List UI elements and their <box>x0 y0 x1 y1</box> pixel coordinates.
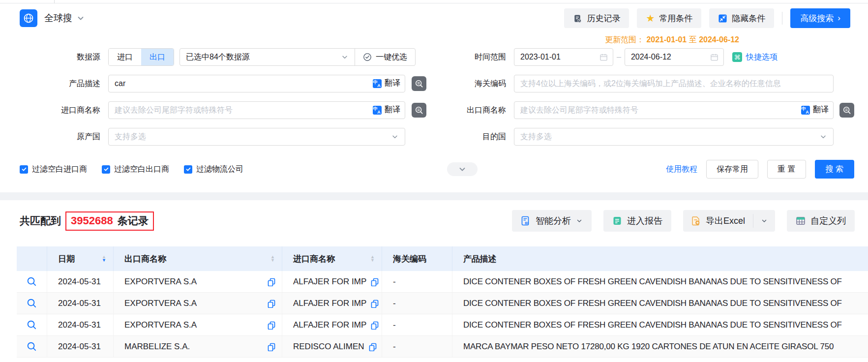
exporter-label: 出口商名称 <box>435 105 514 116</box>
update-range-to: 2024-06-12 <box>699 35 739 44</box>
sort-icon[interactable]: ▲▼ <box>270 255 275 262</box>
origin-country-select[interactable]: 支持多选 <box>108 128 405 146</box>
copy-icon[interactable] <box>370 277 379 286</box>
data-source-combo: 已选中84个数据源 一键优选 <box>180 48 416 66</box>
chevron-down-icon <box>761 217 768 224</box>
smart-analysis-button[interactable]: BI 智能分析 <box>512 210 592 232</box>
product-desc-input[interactable] <box>108 75 405 92</box>
trade-direction-toggle: 进口 出口 <box>108 48 174 66</box>
section-separator <box>0 192 868 200</box>
date-cell: 2024-05-31 <box>47 336 114 357</box>
sort-icon[interactable]: ▲▼ <box>370 255 375 262</box>
export-options-button[interactable] <box>753 210 775 232</box>
header-importer-label: 进口商名称 <box>293 253 335 265</box>
results-header: 共匹配到 3952688 条记录 BI 智能分析 <box>0 208 868 234</box>
tab-import[interactable]: 进口 <box>109 49 141 65</box>
exporter-cell: MARBELIZE S.A. <box>114 336 282 357</box>
chevron-down-icon <box>819 133 827 141</box>
copy-icon[interactable] <box>370 299 379 308</box>
header-date[interactable]: 日期 ▲▼ <box>47 246 114 271</box>
enter-report-button[interactable]: 进入报告 <box>603 210 671 232</box>
reset-button[interactable]: 重 置 <box>767 160 806 179</box>
advanced-search-button[interactable]: 高级搜索 › <box>790 8 850 28</box>
copy-icon[interactable] <box>368 342 377 351</box>
sort-icon[interactable]: ▲▼ <box>102 255 106 262</box>
collapse-icon <box>718 14 727 23</box>
export-excel-button[interactable]: 导出Excel <box>683 210 753 232</box>
header-importer[interactable]: 进口商名称 ▲▼ <box>282 246 382 271</box>
translate-icon: 中 A <box>801 105 810 115</box>
header-exporter[interactable]: 出口商名称 ▲▼ <box>114 246 282 271</box>
destination-country-select[interactable]: 支持多选 <box>514 128 834 146</box>
data-source-label: 数据源 <box>20 52 108 62</box>
app-switcher[interactable] <box>76 14 85 23</box>
translate-button[interactable]: 中 A 翻译 <box>372 78 400 89</box>
save-common-button[interactable]: 保存常用 <box>706 160 758 179</box>
synonym-search-button[interactable] <box>412 103 426 118</box>
copy-icon[interactable] <box>267 321 276 330</box>
view-detail-button[interactable] <box>27 320 37 330</box>
hide-conditions-button[interactable]: 隐藏条件 <box>709 8 774 28</box>
expand-more-conditions-button[interactable] <box>447 162 478 176</box>
customize-columns-button[interactable]: 自定义列 <box>787 210 855 232</box>
star-icon: ★ <box>646 13 655 23</box>
synonym-search-button[interactable] <box>839 103 854 118</box>
match-count: 3952688 <box>71 214 113 227</box>
synonym-search-button[interactable] <box>412 76 426 91</box>
bi-analysis-icon: BI <box>521 216 531 226</box>
hs-code-cell: - <box>382 336 452 357</box>
view-detail-button[interactable] <box>27 341 37 352</box>
hs-code-input[interactable] <box>514 75 834 92</box>
importer-input[interactable] <box>108 101 405 119</box>
view-detail-button[interactable] <box>27 276 37 287</box>
svg-text:中: 中 <box>802 106 806 111</box>
translate-label: 翻译 <box>385 105 400 115</box>
one-key-optimize-button[interactable]: 一键优选 <box>355 52 415 62</box>
update-range-from: 2021-01-01 <box>646 35 687 44</box>
synonym-search-icon <box>414 105 424 115</box>
destination-country-placeholder: 支持多选 <box>520 132 552 142</box>
app-title: 全球搜 <box>44 12 72 25</box>
end-date-input[interactable]: 2024-06-12 <box>625 48 724 66</box>
copy-icon[interactable] <box>267 299 276 308</box>
importer-field: 中 A 翻译 <box>108 101 405 119</box>
match-prefix: 共匹配到 <box>20 214 61 228</box>
filter-blank-exporter-checkbox[interactable]: 过滤空白出口商 <box>102 164 169 175</box>
filter-logistics-checkbox[interactable]: 过滤物流公司 <box>184 164 243 175</box>
history-button[interactable]: 历史记录 <box>564 8 629 28</box>
command-icon: ⌘ <box>732 52 742 62</box>
view-detail-button[interactable] <box>27 298 37 308</box>
importer-cell: ALFAJER FOR IMP <box>282 314 382 335</box>
filter-blank-importer-checkbox[interactable]: 过滤空白进口商 <box>20 164 87 175</box>
header-detail-column <box>17 246 47 271</box>
end-date-value: 2024-06-12 <box>631 53 671 61</box>
history-icon <box>573 14 582 23</box>
exporter-cell: EXPORTVERA S.A <box>114 271 282 292</box>
data-source-select[interactable]: 已选中84个数据源 <box>180 52 355 62</box>
translate-label: 翻译 <box>385 78 400 89</box>
quick-options-label: 快捷选项 <box>746 52 778 62</box>
filter-blank-exporter-label: 过滤空白出口商 <box>114 164 169 175</box>
start-date-input[interactable]: 2023-01-01 <box>514 48 613 66</box>
favorite-conditions-button[interactable]: ★ 常用条件 <box>637 8 701 28</box>
origin-country-label: 原产国 <box>20 132 108 142</box>
header-hs-code: 海关编码 <box>382 246 452 271</box>
tutorial-link[interactable]: 使用教程 <box>666 164 697 175</box>
copy-icon[interactable] <box>370 321 379 330</box>
hide-conditions-label: 隐藏条件 <box>732 13 765 24</box>
search-button[interactable]: 搜 索 <box>815 160 854 179</box>
calendar-icon <box>599 53 608 61</box>
row-detail-cell <box>17 271 47 292</box>
quick-options-button[interactable]: ⌘ 快捷选项 <box>732 52 778 62</box>
description-cell: MARCA BAYMAR PESO NETO 17280,00 KG 1920 … <box>452 336 868 357</box>
row-detail-cell <box>17 293 47 314</box>
tab-export[interactable]: 出口 <box>141 49 174 65</box>
importer-cell: REDISCO ALIMEN <box>282 336 382 357</box>
exporter-input[interactable] <box>514 101 834 119</box>
form-row-2: 产品描述 中 A 翻译 <box>20 70 854 97</box>
translate-button[interactable]: 中 A 翻译 <box>801 105 829 115</box>
copy-icon[interactable] <box>267 277 276 286</box>
divider <box>782 12 782 25</box>
copy-icon[interactable] <box>267 342 276 351</box>
translate-button[interactable]: 中 A 翻译 <box>372 105 400 115</box>
